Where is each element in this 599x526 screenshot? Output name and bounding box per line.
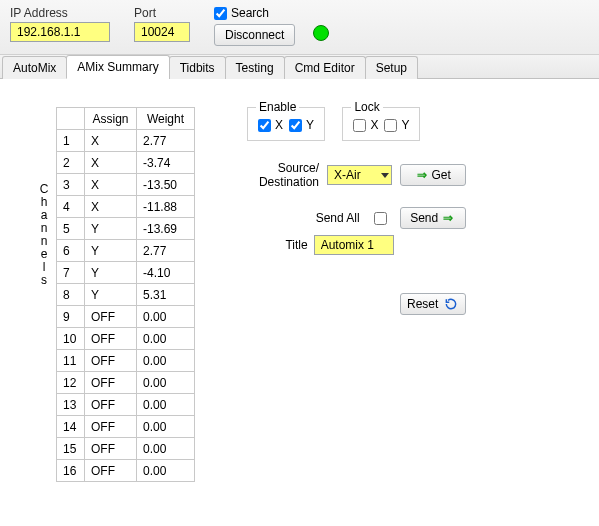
row-assign[interactable]: OFF <box>85 372 137 394</box>
table-row[interactable]: 1X2.77 <box>57 130 195 152</box>
row-weight[interactable]: 0.00 <box>137 372 195 394</box>
row-weight[interactable]: -3.74 <box>137 152 195 174</box>
row-index: 11 <box>57 350 85 372</box>
lock-y-checkbox[interactable] <box>384 119 397 132</box>
row-assign[interactable]: Y <box>85 218 137 240</box>
row-weight[interactable]: 0.00 <box>137 438 195 460</box>
table-row[interactable]: 10OFF0.00 <box>57 328 195 350</box>
lock-x-row[interactable]: X <box>353 118 378 132</box>
row-index: 2 <box>57 152 85 174</box>
search-check-row[interactable]: Search <box>214 6 295 20</box>
channels-table: Assign Weight 1X2.772X-3.743X-13.504X-11… <box>56 107 195 482</box>
chevron-down-icon <box>381 173 389 178</box>
table-row[interactable]: 14OFF0.00 <box>57 416 195 438</box>
row-index: 4 <box>57 196 85 218</box>
enable-legend: Enable <box>256 100 299 114</box>
enable-x-checkbox[interactable] <box>258 119 271 132</box>
source-combo[interactable]: X-Air <box>327 165 392 185</box>
tab-strip: AutoMixAMix SummaryTidbitsTestingCmd Edi… <box>0 55 599 79</box>
enable-y-checkbox[interactable] <box>289 119 302 132</box>
row-weight[interactable]: 0.00 <box>137 416 195 438</box>
row-assign[interactable]: Y <box>85 284 137 306</box>
table-row[interactable]: 15OFF0.00 <box>57 438 195 460</box>
row-weight[interactable]: 0.00 <box>137 328 195 350</box>
row-weight[interactable]: -11.88 <box>137 196 195 218</box>
reset-button[interactable]: Reset <box>400 293 466 315</box>
tab-cmd-editor[interactable]: Cmd Editor <box>284 56 366 79</box>
row-assign[interactable]: X <box>85 174 137 196</box>
send-label: Send <box>410 211 438 225</box>
ip-field-group: IP Address <box>10 6 110 42</box>
search-checkbox[interactable] <box>214 7 227 20</box>
row-weight[interactable]: 0.00 <box>137 460 195 482</box>
row-index: 1 <box>57 130 85 152</box>
row-weight[interactable]: 5.31 <box>137 284 195 306</box>
row-assign[interactable]: OFF <box>85 416 137 438</box>
row-weight[interactable]: -13.50 <box>137 174 195 196</box>
tab-tidbits[interactable]: Tidbits <box>169 56 226 79</box>
disconnect-button[interactable]: Disconnect <box>214 24 295 46</box>
col-blank <box>57 108 85 130</box>
row-weight[interactable]: -13.69 <box>137 218 195 240</box>
row-assign[interactable]: OFF <box>85 306 137 328</box>
table-row[interactable]: 3X-13.50 <box>57 174 195 196</box>
table-row[interactable]: 7Y-4.10 <box>57 262 195 284</box>
row-weight[interactable]: 0.00 <box>137 306 195 328</box>
row-assign[interactable]: X <box>85 130 137 152</box>
row-index: 8 <box>57 284 85 306</box>
row-index: 15 <box>57 438 85 460</box>
reset-label: Reset <box>407 297 438 311</box>
table-row[interactable]: 16OFF0.00 <box>57 460 195 482</box>
tab-setup[interactable]: Setup <box>365 56 418 79</box>
tab-amix-summary[interactable]: AMix Summary <box>66 55 169 79</box>
source-label: Source/ Destination <box>247 161 319 189</box>
row-weight[interactable]: -4.10 <box>137 262 195 284</box>
ip-input[interactable] <box>10 22 110 42</box>
table-row[interactable]: 6Y2.77 <box>57 240 195 262</box>
table-row[interactable]: 12OFF0.00 <box>57 372 195 394</box>
table-row[interactable]: 4X-11.88 <box>57 196 195 218</box>
row-assign[interactable]: Y <box>85 262 137 284</box>
lock-y-row[interactable]: Y <box>384 118 409 132</box>
table-row[interactable]: 8Y5.31 <box>57 284 195 306</box>
port-input[interactable] <box>134 22 190 42</box>
row-index: 13 <box>57 394 85 416</box>
search-label: Search <box>231 6 269 20</box>
row-assign[interactable]: Y <box>85 240 137 262</box>
row-index: 12 <box>57 372 85 394</box>
row-index: 9 <box>57 306 85 328</box>
source-value: X-Air <box>334 168 361 182</box>
send-all-checkbox[interactable] <box>374 212 387 225</box>
enable-group: Enable X Y <box>247 107 325 141</box>
tab-automix[interactable]: AutoMix <box>2 56 67 79</box>
row-assign[interactable]: OFF <box>85 394 137 416</box>
table-row[interactable]: 11OFF0.00 <box>57 350 195 372</box>
row-assign[interactable]: OFF <box>85 350 137 372</box>
lock-y-label: Y <box>401 118 409 132</box>
table-row[interactable]: 13OFF0.00 <box>57 394 195 416</box>
get-button[interactable]: ⇒ Get <box>400 164 466 186</box>
row-assign[interactable]: OFF <box>85 438 137 460</box>
row-weight[interactable]: 0.00 <box>137 394 195 416</box>
enable-x-label: X <box>275 118 283 132</box>
enable-x-row[interactable]: X <box>258 118 283 132</box>
row-assign[interactable]: X <box>85 152 137 174</box>
enable-y-row[interactable]: Y <box>289 118 314 132</box>
lock-x-checkbox[interactable] <box>353 119 366 132</box>
tab-testing[interactable]: Testing <box>225 56 285 79</box>
row-weight[interactable]: 2.77 <box>137 240 195 262</box>
row-index: 7 <box>57 262 85 284</box>
row-index: 5 <box>57 218 85 240</box>
row-assign[interactable]: X <box>85 196 137 218</box>
table-row[interactable]: 9OFF0.00 <box>57 306 195 328</box>
table-row[interactable]: 2X-3.74 <box>57 152 195 174</box>
row-assign[interactable]: OFF <box>85 328 137 350</box>
row-assign[interactable]: OFF <box>85 460 137 482</box>
table-row[interactable]: 5Y-13.69 <box>57 218 195 240</box>
row-weight[interactable]: 2.77 <box>137 130 195 152</box>
send-button[interactable]: Send ⇒ <box>400 207 466 229</box>
title-input[interactable] <box>314 235 394 255</box>
col-assign: Assign <box>85 108 137 130</box>
row-index: 10 <box>57 328 85 350</box>
row-weight[interactable]: 0.00 <box>137 350 195 372</box>
